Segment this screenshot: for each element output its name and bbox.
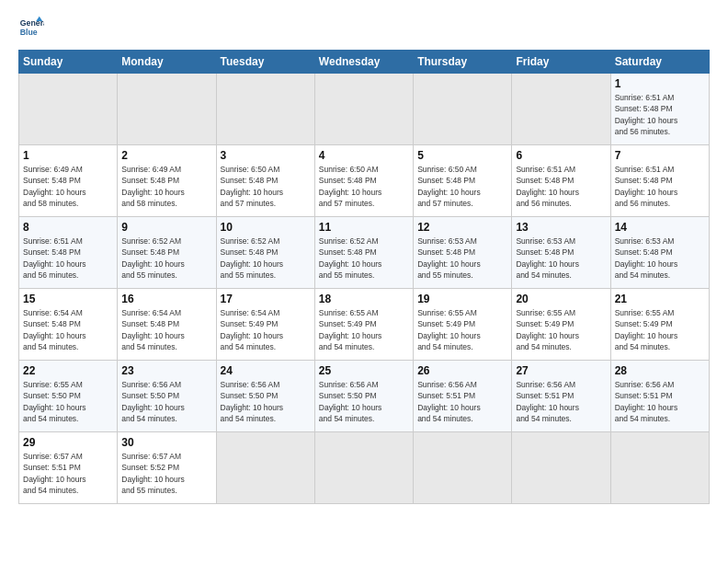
week-row-6: 29Sunrise: 6:57 AM Sunset: 5:51 PM Dayli… (19, 432, 710, 504)
day-cell: 2Sunrise: 6:49 AM Sunset: 5:48 PM Daylig… (118, 145, 216, 217)
day-cell (512, 74, 610, 145)
day-info: Sunrise: 6:55 AM Sunset: 5:50 PM Dayligh… (23, 379, 113, 424)
day-cell (414, 74, 512, 145)
col-header-wednesday: Wednesday (314, 51, 413, 74)
col-header-thursday: Thursday (414, 51, 512, 74)
day-number: 9 (121, 221, 211, 234)
day-number: 24 (221, 364, 311, 377)
week-row-5: 22Sunrise: 6:55 AM Sunset: 5:50 PM Dayli… (19, 361, 710, 432)
day-number: 15 (23, 293, 113, 305)
day-info: Sunrise: 6:55 AM Sunset: 5:49 PM Dayligh… (516, 307, 606, 352)
day-number: 6 (516, 149, 606, 162)
day-cell: 10Sunrise: 6:52 AM Sunset: 5:48 PM Dayli… (216, 217, 314, 289)
day-cell: 5Sunrise: 6:50 AM Sunset: 5:48 PM Daylig… (414, 145, 512, 217)
day-info: Sunrise: 6:53 AM Sunset: 5:48 PM Dayligh… (516, 236, 606, 281)
day-cell: 11Sunrise: 6:52 AM Sunset: 5:48 PM Dayli… (314, 217, 413, 289)
day-number: 21 (615, 293, 705, 305)
week-row-2: 1Sunrise: 6:49 AM Sunset: 5:48 PM Daylig… (19, 145, 710, 217)
day-number: 25 (319, 364, 409, 377)
day-info: Sunrise: 6:51 AM Sunset: 5:48 PM Dayligh… (615, 164, 705, 209)
week-row-4: 15Sunrise: 6:54 AM Sunset: 5:48 PM Dayli… (19, 289, 710, 361)
day-info: Sunrise: 6:55 AM Sunset: 5:49 PM Dayligh… (319, 307, 409, 352)
col-header-friday: Friday (512, 51, 610, 74)
day-number: 10 (221, 221, 311, 234)
day-cell: 27Sunrise: 6:56 AM Sunset: 5:51 PM Dayli… (512, 361, 610, 432)
day-cell: 23Sunrise: 6:56 AM Sunset: 5:50 PM Dayli… (118, 361, 216, 432)
day-info: Sunrise: 6:56 AM Sunset: 5:51 PM Dayligh… (516, 379, 606, 424)
day-number: 3 (221, 149, 311, 162)
day-number: 28 (615, 364, 705, 377)
day-cell: 9Sunrise: 6:52 AM Sunset: 5:48 PM Daylig… (118, 217, 216, 289)
day-number: 12 (417, 221, 507, 234)
day-number: 16 (121, 293, 211, 305)
day-info: Sunrise: 6:49 AM Sunset: 5:48 PM Dayligh… (121, 164, 211, 209)
day-cell (414, 432, 512, 504)
day-cell: 1Sunrise: 6:51 AM Sunset: 5:48 PM Daylig… (610, 74, 709, 145)
day-number: 19 (417, 293, 507, 305)
day-cell: 12Sunrise: 6:53 AM Sunset: 5:48 PM Dayli… (414, 217, 512, 289)
day-cell: 18Sunrise: 6:55 AM Sunset: 5:49 PM Dayli… (314, 289, 413, 361)
day-info: Sunrise: 6:51 AM Sunset: 5:48 PM Dayligh… (516, 164, 606, 209)
day-cell (118, 74, 216, 145)
col-header-monday: Monday (118, 51, 216, 74)
day-info: Sunrise: 6:51 AM Sunset: 5:48 PM Dayligh… (23, 236, 113, 281)
day-info: Sunrise: 6:57 AM Sunset: 5:51 PM Dayligh… (23, 451, 113, 496)
day-cell: 22Sunrise: 6:55 AM Sunset: 5:50 PM Dayli… (19, 361, 118, 432)
day-info: Sunrise: 6:51 AM Sunset: 5:48 PM Dayligh… (615, 92, 705, 137)
day-info: Sunrise: 6:56 AM Sunset: 5:51 PM Dayligh… (417, 379, 507, 424)
day-cell: 8Sunrise: 6:51 AM Sunset: 5:48 PM Daylig… (19, 217, 118, 289)
day-info: Sunrise: 6:56 AM Sunset: 5:50 PM Dayligh… (221, 379, 311, 424)
day-number: 27 (516, 364, 606, 377)
day-cell: 29Sunrise: 6:57 AM Sunset: 5:51 PM Dayli… (19, 432, 118, 504)
day-info: Sunrise: 6:57 AM Sunset: 5:52 PM Dayligh… (121, 451, 211, 496)
day-number: 22 (23, 364, 113, 377)
day-cell: 28Sunrise: 6:56 AM Sunset: 5:51 PM Dayli… (610, 361, 709, 432)
day-info: Sunrise: 6:56 AM Sunset: 5:50 PM Dayligh… (121, 379, 211, 424)
day-cell: 6Sunrise: 6:51 AM Sunset: 5:48 PM Daylig… (512, 145, 610, 217)
day-number: 26 (417, 364, 507, 377)
day-number: 18 (319, 293, 409, 305)
day-info: Sunrise: 6:55 AM Sunset: 5:49 PM Dayligh… (417, 307, 507, 352)
day-info: Sunrise: 6:50 AM Sunset: 5:48 PM Dayligh… (417, 164, 507, 209)
day-cell: 26Sunrise: 6:56 AM Sunset: 5:51 PM Dayli… (414, 361, 512, 432)
day-number: 13 (516, 221, 606, 234)
day-info: Sunrise: 6:52 AM Sunset: 5:48 PM Dayligh… (121, 236, 211, 281)
svg-text:Blue: Blue (20, 28, 38, 37)
day-info: Sunrise: 6:53 AM Sunset: 5:48 PM Dayligh… (417, 236, 507, 281)
day-cell: 16Sunrise: 6:54 AM Sunset: 5:48 PM Dayli… (118, 289, 216, 361)
day-cell: 21Sunrise: 6:55 AM Sunset: 5:49 PM Dayli… (610, 289, 709, 361)
day-cell: 20Sunrise: 6:55 AM Sunset: 5:49 PM Dayli… (512, 289, 610, 361)
day-info: Sunrise: 6:49 AM Sunset: 5:48 PM Dayligh… (23, 164, 113, 209)
day-number: 1 (615, 77, 705, 90)
day-number: 20 (516, 293, 606, 305)
day-cell: 25Sunrise: 6:56 AM Sunset: 5:50 PM Dayli… (314, 361, 413, 432)
week-row-1: 1Sunrise: 6:51 AM Sunset: 5:48 PM Daylig… (19, 74, 710, 145)
day-info: Sunrise: 6:55 AM Sunset: 5:49 PM Dayligh… (615, 307, 705, 352)
day-cell: 24Sunrise: 6:56 AM Sunset: 5:50 PM Dayli… (216, 361, 314, 432)
day-cell: 30Sunrise: 6:57 AM Sunset: 5:52 PM Dayli… (118, 432, 216, 504)
logo: General Blue (18, 15, 44, 40)
day-info: Sunrise: 6:52 AM Sunset: 5:48 PM Dayligh… (319, 236, 409, 281)
day-info: Sunrise: 6:50 AM Sunset: 5:48 PM Dayligh… (319, 164, 409, 209)
day-number: 2 (121, 149, 211, 162)
day-number: 23 (121, 364, 211, 377)
day-cell (512, 432, 610, 504)
day-cell (314, 74, 413, 145)
day-cell (19, 74, 118, 145)
day-cell: 19Sunrise: 6:55 AM Sunset: 5:49 PM Dayli… (414, 289, 512, 361)
day-cell: 7Sunrise: 6:51 AM Sunset: 5:48 PM Daylig… (610, 145, 709, 217)
day-number: 8 (23, 221, 113, 234)
day-cell: 13Sunrise: 6:53 AM Sunset: 5:48 PM Dayli… (512, 217, 610, 289)
col-header-sunday: Sunday (19, 51, 118, 74)
week-row-3: 8Sunrise: 6:51 AM Sunset: 5:48 PM Daylig… (19, 217, 710, 289)
day-number: 5 (417, 149, 507, 162)
day-cell: 3Sunrise: 6:50 AM Sunset: 5:48 PM Daylig… (216, 145, 314, 217)
day-number: 14 (615, 221, 705, 234)
day-number: 7 (615, 149, 705, 162)
day-info: Sunrise: 6:50 AM Sunset: 5:48 PM Dayligh… (221, 164, 311, 209)
day-number: 4 (319, 149, 409, 162)
day-info: Sunrise: 6:54 AM Sunset: 5:48 PM Dayligh… (23, 307, 113, 352)
col-header-tuesday: Tuesday (216, 51, 314, 74)
day-info: Sunrise: 6:54 AM Sunset: 5:49 PM Dayligh… (221, 307, 311, 352)
day-cell: 14Sunrise: 6:53 AM Sunset: 5:48 PM Dayli… (610, 217, 709, 289)
